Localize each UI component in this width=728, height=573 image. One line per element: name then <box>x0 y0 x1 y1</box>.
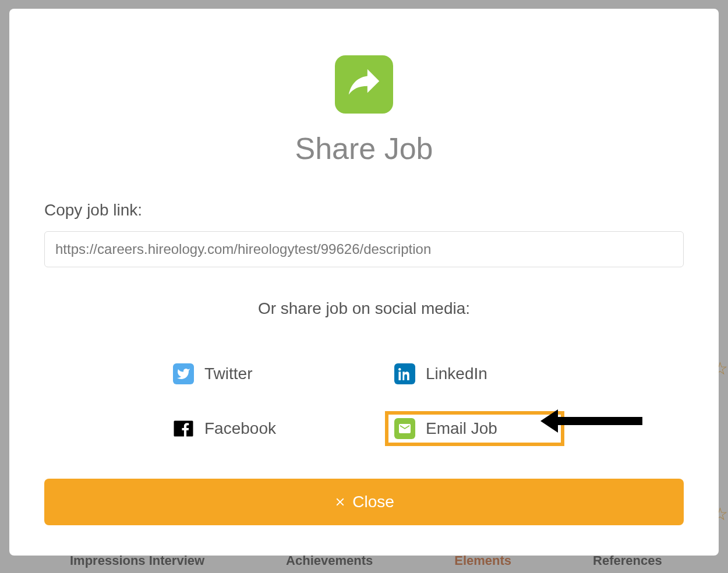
facebook-icon <box>173 418 194 439</box>
share-email-button[interactable]: Email Job <box>387 413 562 444</box>
email-icon <box>394 418 415 439</box>
twitter-label: Twitter <box>204 365 252 383</box>
share-linkedin-button[interactable]: LinkedIn <box>387 359 562 389</box>
share-facebook-button[interactable]: Facebook <box>166 413 341 444</box>
social-share-grid: Twitter LinkedIn Facebook Email Job <box>166 359 562 444</box>
linkedin-label: LinkedIn <box>426 365 487 383</box>
copy-link-label: Copy job link: <box>44 201 684 220</box>
share-icon-container <box>44 55 684 114</box>
twitter-icon <box>173 363 194 384</box>
modal-title: Share Job <box>44 131 684 166</box>
share-job-modal: Share Job Copy job link: Or share job on… <box>9 9 719 556</box>
job-link-input[interactable] <box>44 231 684 267</box>
facebook-label: Facebook <box>204 419 276 438</box>
annotation-arrow <box>540 406 645 438</box>
email-label: Email Job <box>426 419 497 438</box>
social-share-label: Or share job on social media: <box>44 299 684 318</box>
share-twitter-button[interactable]: Twitter <box>166 359 341 389</box>
linkedin-icon <box>394 363 415 384</box>
share-arrow-icon <box>335 55 393 114</box>
close-icon <box>334 496 347 508</box>
close-button-label: Close <box>352 493 394 511</box>
close-button[interactable]: Close <box>44 479 684 525</box>
